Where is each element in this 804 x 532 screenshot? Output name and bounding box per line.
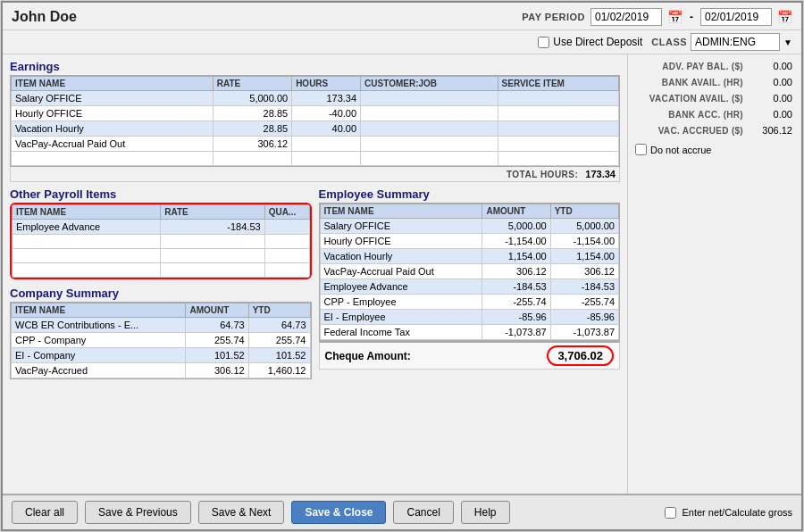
enter-net-checkbox[interactable] [665,507,676,519]
emp-item-name[interactable]: Employee Advance [320,279,482,295]
company-ytd[interactable]: 255.74 [248,333,310,348]
emp-item-name[interactable]: Federal Income Tax [320,325,482,340]
use-direct-deposit-checkbox[interactable] [538,37,549,48]
earnings-item-name[interactable]: Vacation Hourly [12,121,214,137]
employee-summary-table-container: ITEM NAME AMOUNT YTD Salary OFFICE 5,000… [319,203,621,341]
company-ytd[interactable]: 64.73 [248,318,310,333]
earnings-rate[interactable]: 5,000.00 [213,91,291,106]
emp-amount[interactable]: -255.74 [482,295,550,310]
table-row: Employee Advance -184.53 -184.53 [320,279,619,295]
help-button[interactable]: Help [461,501,510,524]
left-panel: Earnings ITEM NAME RATE HOURS CUSTOMER:J… [3,54,627,494]
company-item-name[interactable]: VacPay-Accrued [12,363,186,378]
payroll-item-name[interactable]: Employee Advance [13,220,161,235]
emp-ytd[interactable]: -85.96 [550,310,618,325]
company-amount[interactable]: 101.52 [186,348,248,363]
company-ytd[interactable]: 1,460.12 [248,363,310,378]
earnings-service[interactable] [498,91,618,106]
vacation-avail-value: 0.00 [743,93,792,104]
earnings-item-name[interactable]: Hourly OFFICE [12,106,214,121]
emp-ytd[interactable]: -1,073.87 [550,325,618,340]
save-next-button[interactable]: Save & Next [198,501,285,524]
earnings-customer[interactable] [361,137,498,152]
table-row: Hourly OFFICE 28.85 -40.00 [12,106,619,121]
company-item-name[interactable]: WCB ER Contributions - E... [12,318,186,333]
earnings-hours[interactable] [292,137,361,152]
payroll-qty[interactable] [264,220,309,235]
emp-ytd[interactable]: -255.74 [550,295,618,310]
emp-item-name[interactable]: Vacation Hourly [320,249,482,264]
company-item-name[interactable]: EI - Company [12,348,186,363]
earnings-rate[interactable]: 28.85 [213,121,291,137]
emp-item-name[interactable]: VacPay-Accrual Paid Out [320,264,482,279]
header-row-1: John Doe PAY PERIOD 📅 - 📅 [3,3,801,30]
emp-ytd[interactable]: -184.53 [550,279,618,295]
do-not-accrue-checkbox[interactable] [635,144,647,155]
emp-ytd[interactable]: 306.12 [550,264,618,279]
company-item-name[interactable]: CPP - Company [12,333,186,348]
emp-item-name[interactable]: Salary OFFICE [320,219,482,234]
emp-amount[interactable]: -1,154.00 [482,234,550,249]
emp-ytd[interactable]: 1,154.00 [550,249,618,264]
emp-item-name[interactable]: CPP - Employee [320,295,482,310]
company-ytd[interactable]: 101.52 [248,348,310,363]
earnings-customer[interactable] [361,106,498,121]
adv-pay-bal-row: ADV. PAY BAL. ($) 0.00 [635,60,794,72]
earnings-service[interactable] [498,106,618,121]
earnings-service[interactable] [498,137,618,152]
employee-name: John Doe [12,9,522,25]
earnings-customer[interactable] [361,91,498,106]
earnings-hours[interactable]: 40.00 [292,121,361,137]
vacation-avail-label: VACATION AVAIL. ($) [637,94,743,104]
company-amount[interactable]: 255.74 [186,333,248,348]
table-row: VacPay-Accrued 306.12 1,460.12 [12,363,311,378]
table-row: CPP - Company 255.74 255.74 [12,333,311,348]
save-close-button[interactable]: Save & Close [291,501,386,524]
company-col-ytd: YTD [248,303,310,318]
clear-all-button[interactable]: Clear all [12,501,78,524]
payroll-rate[interactable]: -184.53 [161,220,264,235]
date-to-field[interactable] [700,8,772,26]
emp-amount[interactable]: -184.53 [482,279,550,295]
company-summary-table-container: ITEM NAME AMOUNT YTD WCB ER Contribution… [10,302,312,379]
earnings-item-name[interactable]: VacPay-Accrual Paid Out [12,137,214,152]
date-from-field[interactable] [590,8,662,26]
calendar-to-icon[interactable]: 📅 [777,10,792,24]
emp-amount[interactable]: -85.96 [482,310,550,325]
class-field[interactable] [691,33,780,51]
company-col-item: ITEM NAME [12,303,186,318]
bank-avail-row: BANK AVAIL. (HR) 0.00 [635,76,794,88]
table-row-empty [13,249,310,263]
earnings-customer[interactable] [361,121,498,137]
calendar-from-icon[interactable]: 📅 [667,10,683,24]
vac-accrued-label: VAC. ACCRUED ($) [637,126,743,136]
company-amount[interactable]: 64.73 [186,318,248,333]
emp-amount[interactable]: 306.12 [482,264,550,279]
table-row: Salary OFFICE 5,000.00 173.34 [12,91,619,106]
earnings-hours[interactable]: -40.00 [292,106,361,121]
cancel-button[interactable]: Cancel [393,501,453,524]
emp-amount[interactable]: -1,073.87 [482,325,550,340]
company-summary-title: Company Summary [10,287,312,300]
save-previous-button[interactable]: Save & Previous [85,501,191,524]
earnings-hours[interactable]: 173.34 [292,91,361,106]
earnings-rate[interactable]: 306.12 [213,137,291,152]
class-dropdown-arrow[interactable]: ▼ [783,37,792,47]
emp-ytd[interactable]: 5,000.00 [550,219,618,234]
emp-amount[interactable]: 5,000.00 [482,219,550,234]
table-row: WCB ER Contributions - E... 64.73 64.73 [12,318,311,333]
table-row: Vacation Hourly 1,154.00 1,154.00 [320,249,619,264]
earnings-item-name[interactable]: Salary OFFICE [12,91,214,106]
table-row: Vacation Hourly 28.85 40.00 [12,121,619,137]
table-row-empty [13,263,310,278]
other-payroll-table: ITEM NAME RATE QUA... Employee Advance -… [12,204,310,278]
bank-acc-row: BANK ACC. (HR) 0.00 [635,108,794,121]
emp-item-name[interactable]: Hourly OFFICE [320,234,482,249]
company-amount[interactable]: 306.12 [186,363,248,378]
emp-item-name[interactable]: EI - Employee [320,310,482,325]
emp-amount[interactable]: 1,154.00 [482,249,550,264]
earnings-service[interactable] [498,121,618,137]
earnings-rate[interactable]: 28.85 [213,106,291,121]
table-row-empty [13,235,310,249]
emp-ytd[interactable]: -1,154.00 [550,234,618,249]
